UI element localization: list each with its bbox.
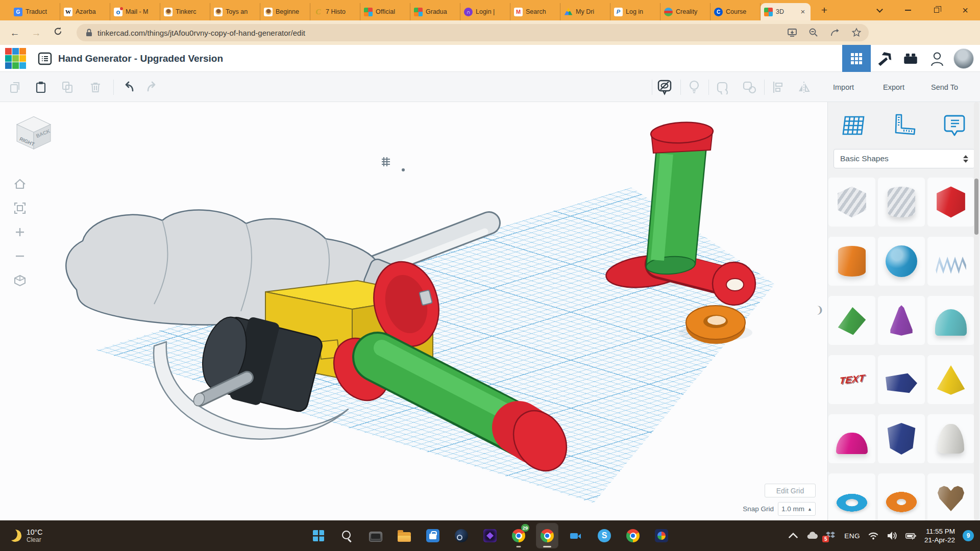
panel-scrollbar[interactable] bbox=[974, 102, 979, 520]
light-view-button[interactable] bbox=[685, 78, 703, 96]
tab-tinkercad-3d[interactable]: 3D bbox=[761, 3, 811, 20]
perspective-toggle-button[interactable] bbox=[13, 274, 27, 287]
brick-export-button[interactable] bbox=[897, 45, 924, 72]
wifi-icon[interactable] bbox=[868, 530, 879, 541]
redo-button[interactable] bbox=[144, 78, 162, 96]
chrome-secondary-button[interactable] bbox=[622, 523, 644, 548]
tinkercad-logo[interactable] bbox=[5, 48, 26, 69]
edit-grid-button[interactable]: Edit Grid bbox=[765, 484, 816, 497]
shape-hole-cylinder[interactable] bbox=[878, 178, 925, 227]
workplane-tool[interactable] bbox=[837, 109, 870, 142]
language-indicator[interactable]: ENG bbox=[844, 532, 860, 540]
url-field[interactable]: tinkercad.com/things/jtAfou0rvny-copy-of… bbox=[77, 24, 869, 41]
tab-tinkercad-toys[interactable]: Toys an bbox=[210, 3, 260, 20]
tab-history[interactable]: 7 Histo bbox=[310, 3, 360, 20]
tab-graduate[interactable]: Gradua bbox=[410, 3, 460, 20]
tab-tinkercad-beginner[interactable]: Beginne bbox=[260, 3, 310, 20]
shape-hole-box[interactable] bbox=[828, 178, 875, 227]
paste-button[interactable] bbox=[32, 78, 50, 96]
reload-button[interactable] bbox=[51, 27, 64, 40]
task-view-button[interactable] bbox=[365, 523, 386, 548]
minecraft-export-button[interactable] bbox=[871, 45, 897, 72]
file-explorer-button[interactable] bbox=[394, 523, 415, 548]
shape-scribble[interactable] bbox=[927, 237, 974, 286]
weather-widget[interactable]: 10°C Clear bbox=[5, 520, 46, 551]
close-button[interactable]: × bbox=[960, 5, 971, 16]
shape-half-sphere[interactable] bbox=[828, 414, 875, 463]
shape-cylinder[interactable] bbox=[828, 237, 875, 286]
battery-icon[interactable] bbox=[905, 530, 917, 541]
undo-button[interactable] bbox=[118, 78, 137, 96]
fit-view-button[interactable] bbox=[13, 202, 27, 215]
tab-tinkercad-official[interactable]: Official bbox=[360, 3, 410, 20]
volume-icon[interactable] bbox=[887, 530, 898, 541]
shape-roof[interactable] bbox=[828, 296, 875, 345]
copy-button[interactable] bbox=[6, 78, 24, 96]
tab-tinkercad-1[interactable]: Tinkerc bbox=[160, 3, 210, 20]
show-notes-toggle[interactable] bbox=[655, 78, 674, 96]
mirror-button[interactable] bbox=[795, 78, 813, 96]
duplicate-button[interactable] bbox=[59, 78, 77, 96]
ruler-tool[interactable] bbox=[888, 109, 920, 142]
dropbox-icon[interactable]: 5 bbox=[825, 530, 837, 541]
tab-udemy-login[interactable]: Login | bbox=[460, 3, 510, 20]
start-button[interactable] bbox=[308, 523, 329, 548]
tab-gmail-search[interactable]: Search bbox=[510, 3, 560, 20]
shape-tube[interactable] bbox=[878, 473, 925, 520]
account-button[interactable] bbox=[924, 45, 950, 72]
align-button[interactable] bbox=[769, 78, 787, 96]
tab-close-icon[interactable] bbox=[799, 8, 807, 16]
install-icon[interactable] bbox=[787, 28, 797, 38]
send-to-button[interactable]: Send To bbox=[931, 80, 958, 94]
shape-heart[interactable] bbox=[927, 473, 974, 520]
tab-search-chevron-icon[interactable] bbox=[874, 5, 885, 16]
restore-button[interactable] bbox=[931, 5, 942, 16]
snap-grid-select[interactable]: 1.0 mm ▲ bbox=[778, 502, 816, 516]
green-handle[interactable] bbox=[323, 329, 577, 481]
panel-collapse-handle[interactable]: ❩ bbox=[816, 304, 824, 316]
scrollbar-thumb[interactable] bbox=[974, 179, 978, 235]
onedrive-icon[interactable] bbox=[806, 530, 818, 541]
back-button[interactable]: ← bbox=[8, 27, 21, 40]
home-view-button[interactable] bbox=[13, 178, 27, 191]
tray-chevron-icon[interactable] bbox=[788, 530, 799, 541]
tab-outlook-mail[interactable]: Mail - M bbox=[110, 3, 160, 20]
shape-pyramid[interactable] bbox=[927, 355, 974, 404]
ungroup-button[interactable] bbox=[740, 78, 758, 96]
shape-category-dropdown[interactable]: Basic Shapes bbox=[834, 149, 975, 168]
clock-widget[interactable]: 11:55 PM 21-Apr-22 bbox=[924, 527, 955, 544]
minimize-button[interactable] bbox=[902, 5, 914, 16]
skype-button[interactable] bbox=[594, 523, 615, 548]
standing-crank[interactable] bbox=[604, 121, 755, 305]
tab-creality[interactable]: Creality bbox=[660, 3, 710, 20]
tab-my-drive[interactable]: My Dri bbox=[560, 3, 610, 20]
delete-button[interactable] bbox=[86, 78, 105, 96]
share-icon[interactable] bbox=[830, 28, 840, 38]
export-button[interactable]: Export bbox=[883, 80, 904, 94]
shape-polygon[interactable] bbox=[878, 414, 925, 463]
shape-text[interactable]: TEXT bbox=[828, 355, 875, 404]
shape-torus[interactable] bbox=[828, 473, 875, 520]
new-tab-button[interactable]: + bbox=[818, 4, 831, 17]
user-avatar[interactable] bbox=[953, 48, 974, 69]
game-button[interactable] bbox=[479, 523, 501, 548]
view-cube[interactable]: RIGHT BACK bbox=[12, 113, 55, 159]
shape-paraboloid[interactable] bbox=[927, 414, 974, 463]
shape-round-roof[interactable] bbox=[927, 296, 974, 345]
forward-button[interactable]: → bbox=[30, 27, 43, 40]
tab-paypal-login[interactable]: Log in bbox=[610, 3, 660, 20]
zoom-icon[interactable] bbox=[808, 28, 819, 38]
shape-cone[interactable] bbox=[878, 296, 925, 345]
steam-button[interactable] bbox=[451, 523, 472, 548]
shape-sphere[interactable] bbox=[878, 237, 925, 286]
properties-list-icon[interactable] bbox=[38, 52, 52, 66]
notes-tool[interactable] bbox=[938, 109, 971, 142]
photos-button[interactable] bbox=[651, 523, 672, 548]
meet-button[interactable] bbox=[565, 523, 586, 548]
bookmark-star-icon[interactable] bbox=[851, 28, 862, 38]
tab-translate[interactable]: Traduct bbox=[10, 3, 60, 20]
group-button[interactable] bbox=[713, 78, 731, 96]
store-button[interactable] bbox=[422, 523, 444, 548]
chrome-active-button[interactable] bbox=[536, 523, 558, 548]
notification-badge[interactable]: 9 bbox=[963, 530, 974, 541]
